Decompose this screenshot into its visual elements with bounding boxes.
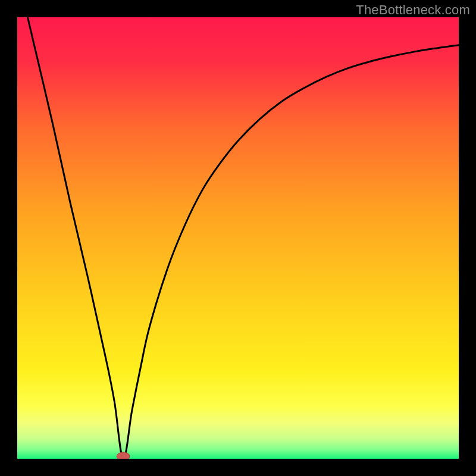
bottleneck-chart bbox=[17, 17, 459, 459]
chart-frame: TheBottleneck.com bbox=[0, 0, 476, 476]
plot-area bbox=[17, 17, 459, 459]
attribution-label: TheBottleneck.com bbox=[356, 2, 470, 18]
gradient-background bbox=[17, 17, 459, 459]
minimum-marker bbox=[117, 452, 130, 459]
